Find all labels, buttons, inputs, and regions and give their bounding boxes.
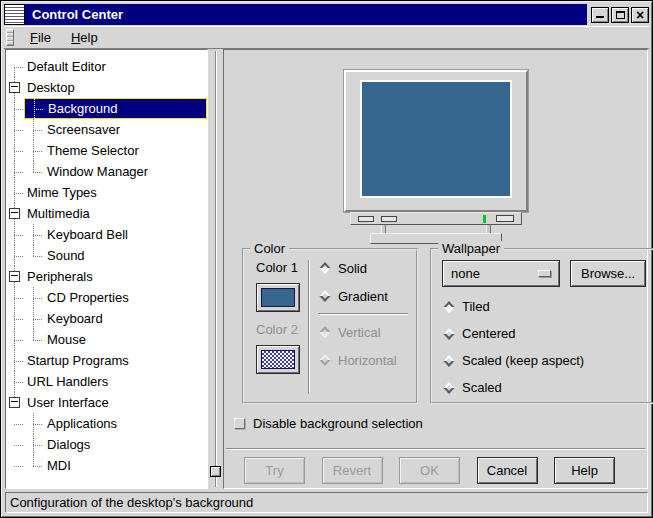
disable-background-checkbox[interactable]: Disable background selection	[234, 416, 423, 431]
sidebar-item-startup-programs[interactable]: Startup Programs	[6, 350, 207, 371]
radio-label: Centered	[462, 326, 515, 341]
titlebar-drag-area[interactable]: Control Center	[25, 4, 587, 25]
sidebar-item-dialogs[interactable]: Dialogs	[6, 434, 207, 455]
monitor-button-icon	[381, 216, 397, 222]
sidebar-item-url-handlers[interactable]: URL Handlers	[6, 371, 207, 392]
option-menu-indicator-icon	[538, 270, 551, 277]
sidebar-item-label: Desktop	[24, 80, 75, 95]
color2-swatch-button	[256, 345, 300, 374]
sidebar-item-user-interface[interactable]: User Interface	[6, 392, 207, 413]
color1-label: Color 1	[256, 260, 306, 275]
background-settings-panel: Color Color 1 Color 2 SolidGr	[223, 49, 648, 489]
wallpaper-radio-tiled[interactable]: Tiled	[442, 293, 646, 320]
close-icon	[636, 6, 644, 24]
sidebar-item-applications[interactable]: Applications	[6, 413, 207, 434]
sidebar-item-label: Startup Programs	[24, 353, 129, 368]
sidebar-item-mime-types[interactable]: Mime Types	[6, 182, 207, 203]
radio-diamond-icon	[443, 355, 454, 366]
close-button[interactable]	[631, 7, 649, 23]
sidebar-item-label: URL Handlers	[24, 374, 108, 389]
radio-label: Tiled	[462, 299, 490, 314]
sidebar-item-mouse[interactable]: Mouse	[6, 329, 207, 350]
wallpaper-frame-title: Wallpaper	[438, 241, 504, 256]
minimize-button[interactable]	[591, 7, 609, 23]
sidebar-item-desktop[interactable]: Desktop	[6, 77, 207, 98]
sidebar-item-label: Background	[45, 101, 117, 116]
sidebar-item-mdi[interactable]: MDI	[6, 455, 207, 476]
menu-item-file[interactable]: File	[20, 27, 61, 48]
menu-item-help[interactable]: Help	[61, 27, 108, 48]
monitor-preview	[344, 70, 528, 244]
pane-resize-handle[interactable]	[210, 466, 221, 477]
power-led-icon	[483, 215, 486, 223]
window-menu-icon[interactable]	[4, 4, 25, 25]
collapse-icon[interactable]	[9, 271, 20, 282]
sidebar-item-label: Keyboard Bell	[44, 227, 128, 242]
sidebar-item-label: Screensaver	[44, 122, 120, 137]
radio-diamond-icon	[443, 328, 454, 339]
sidebar-item-multimedia[interactable]: Multimedia	[6, 203, 207, 224]
radio-label: Scaled (keep aspect)	[462, 353, 584, 368]
color1-swatch-button[interactable]	[256, 283, 300, 312]
collapse-icon[interactable]	[9, 208, 20, 219]
radio-label: Vertical	[338, 325, 381, 340]
wallpaper-dropdown[interactable]: none	[442, 260, 560, 287]
sidebar-item-background[interactable]: Background	[6, 98, 207, 119]
sidebar-item-label: Default Editor	[24, 59, 106, 74]
wallpaper-frame: Wallpaper none Browse... TiledCenteredSc…	[430, 248, 653, 404]
radio-diamond-icon	[319, 354, 330, 365]
action-buttons: TryRevertOKCancelHelp	[244, 457, 615, 484]
collapse-icon[interactable]	[9, 397, 20, 408]
window-controls	[587, 4, 649, 25]
sidebar-item-default-editor[interactable]: Default Editor	[6, 56, 207, 77]
wallpaper-dropdown-value: none	[451, 266, 480, 281]
fill-radio-gradient[interactable]: Gradient	[318, 282, 410, 310]
monitor-power-button-icon	[496, 215, 514, 222]
color2-swatch	[261, 350, 295, 369]
monitor-bezel	[344, 70, 528, 212]
sidebar-item-label: Peripherals	[24, 269, 93, 284]
sidebar-item-sound[interactable]: Sound	[6, 245, 207, 266]
checkbox-icon	[234, 418, 245, 429]
cancel-button[interactable]: Cancel	[477, 457, 538, 484]
color-frame: Color Color 1 Color 2 SolidGr	[242, 248, 418, 404]
monitor-screen	[360, 80, 512, 198]
wallpaper-radio-centered[interactable]: Centered	[442, 320, 646, 347]
sidebar-item-peripherals[interactable]: Peripherals	[6, 266, 207, 287]
minimize-icon	[596, 16, 604, 18]
sidebar-item-window-manager[interactable]: Window Manager	[6, 161, 207, 182]
color-frame-title: Color	[250, 241, 289, 256]
try-button: Try	[244, 457, 305, 484]
browse-button[interactable]: Browse...	[570, 260, 646, 287]
sidebar-item-label: Theme Selector	[44, 143, 139, 158]
sidebar-item-label: Mime Types	[24, 185, 97, 200]
sidebar-item-label: Applications	[44, 416, 117, 431]
sidebar-item-theme-selector[interactable]: Theme Selector	[6, 140, 207, 161]
sidebar-item-label: MDI	[44, 458, 71, 473]
maximize-button[interactable]	[611, 7, 629, 23]
sidebar-item-label: Mouse	[44, 332, 86, 347]
sidebar-item-keyboard[interactable]: Keyboard	[6, 308, 207, 329]
collapse-icon[interactable]	[9, 82, 20, 93]
statusbar-text: Configuration of the desktop’s backgroun…	[10, 495, 253, 510]
sidebar-item-cd-properties[interactable]: CD Properties	[6, 287, 207, 308]
window-title: Control Center	[32, 7, 123, 22]
menu-items: FileHelp	[20, 27, 108, 48]
help-button[interactable]: Help	[554, 457, 615, 484]
sidebar-item-screensaver[interactable]: Screensaver	[6, 119, 207, 140]
sidebar-item-label: Multimedia	[24, 206, 90, 221]
radio-diamond-icon	[319, 290, 330, 301]
maximize-icon	[616, 11, 625, 19]
pane-divider	[208, 49, 223, 489]
sidebar-item-keyboard-bell[interactable]: Keyboard Bell	[6, 224, 207, 245]
radio-diamond-icon	[319, 262, 330, 273]
direction-radio-vertical: Vertical	[318, 318, 410, 346]
wallpaper-radio-scaled-keep-aspect[interactable]: Scaled (keep aspect)	[442, 347, 646, 374]
sidebar-item-label: Sound	[44, 248, 85, 263]
sidebar-item-label: CD Properties	[44, 290, 129, 305]
fill-radio-solid[interactable]: Solid	[318, 254, 410, 282]
radio-label: Horizontal	[338, 353, 397, 368]
horizontal-separator	[318, 313, 408, 315]
wallpaper-radio-scaled[interactable]: Scaled	[442, 374, 646, 401]
menubar-drag-handle[interactable]	[6, 29, 14, 46]
